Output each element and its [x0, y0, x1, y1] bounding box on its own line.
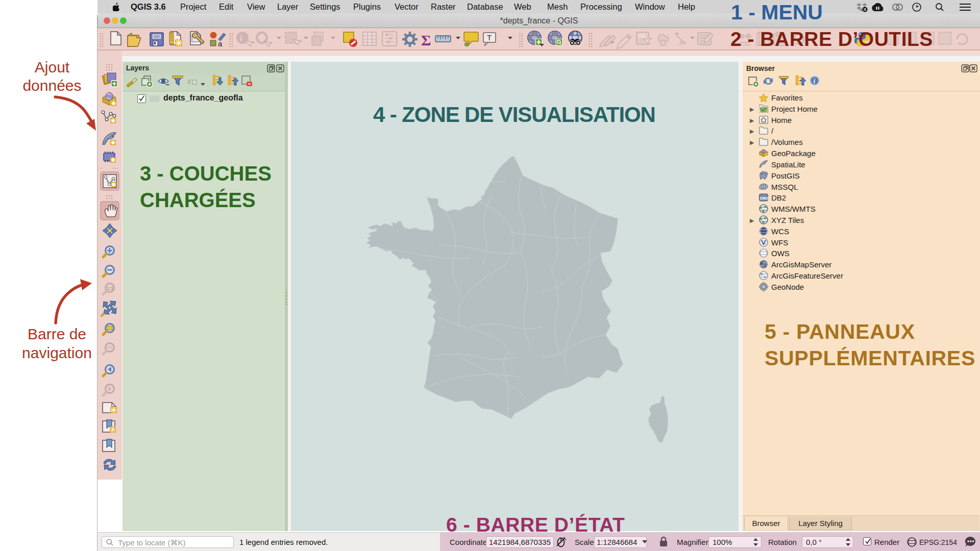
svg-text:i: i [814, 77, 816, 85]
svg-text:1:1: 1:1 [107, 286, 113, 291]
svg-text:i: i [240, 34, 242, 42]
svg-text:χ: χ [678, 38, 683, 45]
svg-text:a: a [218, 39, 223, 48]
svg-text:T: T [487, 33, 492, 42]
svg-text:ε: ε [188, 76, 191, 86]
svg-text:Σ: Σ [421, 32, 431, 48]
svg-text:DB2: DB2 [760, 196, 768, 201]
